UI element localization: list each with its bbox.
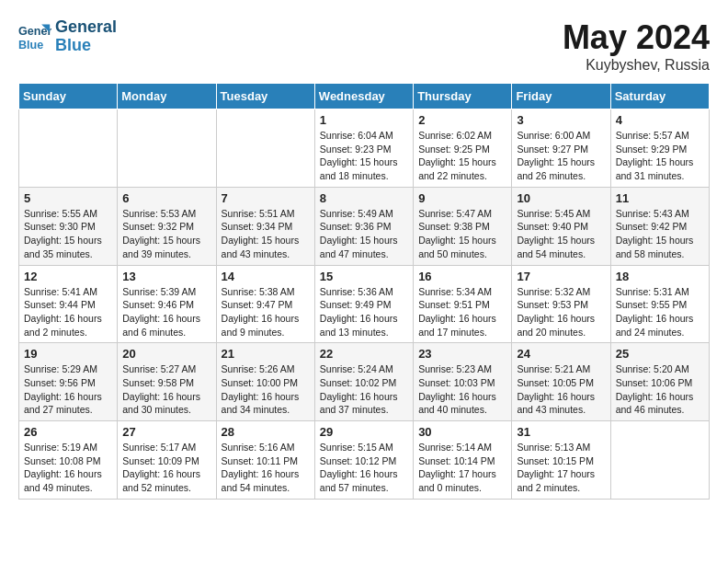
calendar-cell: 29Sunrise: 5:15 AM Sunset: 10:12 PM Dayl… <box>314 421 413 500</box>
calendar-cell: 11Sunrise: 5:43 AM Sunset: 9:42 PM Dayli… <box>610 187 709 265</box>
calendar-cell: 6Sunrise: 5:53 AM Sunset: 9:32 PM Daylig… <box>118 187 216 265</box>
calendar-cell: 1Sunrise: 6:04 AM Sunset: 9:23 PM Daylig… <box>314 109 413 188</box>
day-info: Sunrise: 5:34 AM Sunset: 9:51 PM Dayligh… <box>418 285 506 339</box>
day-number: 23 <box>418 347 506 361</box>
day-info: Sunrise: 5:38 AM Sunset: 9:47 PM Dayligh… <box>222 285 310 339</box>
day-info: Sunrise: 5:31 AM Sunset: 9:55 PM Dayligh… <box>616 285 704 339</box>
day-info: Sunrise: 5:13 AM Sunset: 10:15 PM Daylig… <box>517 441 605 495</box>
day-number: 2 <box>418 113 506 127</box>
logo: General Blue General Blue <box>18 18 117 55</box>
day-info: Sunrise: 5:15 AM Sunset: 10:12 PM Daylig… <box>320 441 408 495</box>
weekday-header-tuesday: Tuesday <box>216 84 314 109</box>
calendar-week-row: 12Sunrise: 5:41 AM Sunset: 9:44 PM Dayli… <box>19 265 710 343</box>
weekday-header-monday: Monday <box>118 84 216 109</box>
day-number: 10 <box>517 191 605 205</box>
day-info: Sunrise: 5:14 AM Sunset: 10:14 PM Daylig… <box>418 441 506 495</box>
calendar-cell: 25Sunrise: 5:20 AM Sunset: 10:06 PM Dayl… <box>610 343 709 421</box>
day-number: 30 <box>418 425 506 439</box>
day-number: 9 <box>418 191 506 205</box>
calendar-cell: 30Sunrise: 5:14 AM Sunset: 10:14 PM Dayl… <box>414 421 512 500</box>
day-number: 21 <box>222 347 310 361</box>
weekday-header-thursday: Thursday <box>414 84 512 109</box>
svg-text:Blue: Blue <box>18 38 43 51</box>
day-info: Sunrise: 5:23 AM Sunset: 10:03 PM Daylig… <box>418 362 506 417</box>
calendar-title-area: May 2024 Kuybyshev, Russia <box>563 18 710 74</box>
calendar-cell: 19Sunrise: 5:29 AM Sunset: 9:56 PM Dayli… <box>19 343 118 421</box>
calendar-cell: 7Sunrise: 5:51 AM Sunset: 9:34 PM Daylig… <box>216 187 314 265</box>
calendar-cell: 23Sunrise: 5:23 AM Sunset: 10:03 PM Dayl… <box>414 343 512 421</box>
calendar-cell: 16Sunrise: 5:34 AM Sunset: 9:51 PM Dayli… <box>414 265 512 343</box>
calendar-cell: 2Sunrise: 6:02 AM Sunset: 9:25 PM Daylig… <box>414 109 512 188</box>
calendar-cell: 27Sunrise: 5:17 AM Sunset: 10:09 PM Dayl… <box>118 421 216 500</box>
day-number: 22 <box>320 347 408 361</box>
day-number: 19 <box>24 347 112 361</box>
calendar-cell: 3Sunrise: 6:00 AM Sunset: 9:27 PM Daylig… <box>512 109 610 188</box>
calendar-cell: 8Sunrise: 5:49 AM Sunset: 9:36 PM Daylig… <box>314 187 413 265</box>
day-number: 12 <box>24 270 112 283</box>
day-number: 1 <box>320 113 408 127</box>
day-number: 20 <box>122 347 210 361</box>
day-info: Sunrise: 5:57 AM Sunset: 9:29 PM Dayligh… <box>616 129 704 183</box>
day-info: Sunrise: 5:20 AM Sunset: 10:06 PM Daylig… <box>616 362 704 417</box>
day-number: 15 <box>320 270 408 283</box>
calendar-cell: 28Sunrise: 5:16 AM Sunset: 10:11 PM Dayl… <box>216 421 314 500</box>
calendar-cell <box>118 109 216 188</box>
day-number: 16 <box>418 270 506 283</box>
day-number: 29 <box>320 425 408 439</box>
calendar-cell: 31Sunrise: 5:13 AM Sunset: 10:15 PM Dayl… <box>512 421 610 500</box>
day-info: Sunrise: 5:47 AM Sunset: 9:38 PM Dayligh… <box>418 207 506 261</box>
day-info: Sunrise: 5:24 AM Sunset: 10:02 PM Daylig… <box>320 362 408 417</box>
calendar-cell: 18Sunrise: 5:31 AM Sunset: 9:55 PM Dayli… <box>610 265 709 343</box>
day-info: Sunrise: 6:04 AM Sunset: 9:23 PM Dayligh… <box>320 129 408 183</box>
day-info: Sunrise: 5:45 AM Sunset: 9:40 PM Dayligh… <box>517 207 605 261</box>
weekday-header-row: SundayMondayTuesdayWednesdayThursdayFrid… <box>19 84 710 109</box>
calendar-body: 1Sunrise: 6:04 AM Sunset: 9:23 PM Daylig… <box>19 109 710 500</box>
day-number: 14 <box>222 270 310 283</box>
calendar-cell: 21Sunrise: 5:26 AM Sunset: 10:00 PM Dayl… <box>216 343 314 421</box>
logo-icon: General Blue <box>18 20 51 53</box>
day-number: 11 <box>616 191 704 205</box>
day-info: Sunrise: 6:02 AM Sunset: 9:25 PM Dayligh… <box>418 129 506 183</box>
calendar-cell: 14Sunrise: 5:38 AM Sunset: 9:47 PM Dayli… <box>216 265 314 343</box>
calendar-cell <box>19 109 118 188</box>
day-info: Sunrise: 5:51 AM Sunset: 9:34 PM Dayligh… <box>222 207 310 261</box>
day-number: 27 <box>122 425 210 439</box>
day-number: 28 <box>222 425 310 439</box>
day-number: 25 <box>616 347 704 361</box>
day-info: Sunrise: 5:27 AM Sunset: 9:58 PM Dayligh… <box>122 362 210 417</box>
calendar-cell: 12Sunrise: 5:41 AM Sunset: 9:44 PM Dayli… <box>19 265 118 343</box>
weekday-header-saturday: Saturday <box>610 84 709 109</box>
day-info: Sunrise: 5:19 AM Sunset: 10:08 PM Daylig… <box>24 441 112 495</box>
day-number: 3 <box>517 113 605 127</box>
calendar-week-row: 5Sunrise: 5:55 AM Sunset: 9:30 PM Daylig… <box>19 187 710 265</box>
calendar-week-row: 1Sunrise: 6:04 AM Sunset: 9:23 PM Daylig… <box>19 109 710 188</box>
day-info: Sunrise: 5:26 AM Sunset: 10:00 PM Daylig… <box>222 362 310 417</box>
calendar-cell: 22Sunrise: 5:24 AM Sunset: 10:02 PM Dayl… <box>314 343 413 421</box>
day-info: Sunrise: 5:36 AM Sunset: 9:49 PM Dayligh… <box>320 285 408 339</box>
calendar-cell: 4Sunrise: 5:57 AM Sunset: 9:29 PM Daylig… <box>610 109 709 188</box>
weekday-header-sunday: Sunday <box>19 84 118 109</box>
calendar-cell: 20Sunrise: 5:27 AM Sunset: 9:58 PM Dayli… <box>118 343 216 421</box>
day-info: Sunrise: 5:55 AM Sunset: 9:30 PM Dayligh… <box>24 207 112 261</box>
calendar-cell: 13Sunrise: 5:39 AM Sunset: 9:46 PM Dayli… <box>118 265 216 343</box>
page-header: General Blue General Blue May 2024 Kuyby… <box>18 18 710 74</box>
calendar-cell <box>610 421 709 500</box>
calendar-cell: 26Sunrise: 5:19 AM Sunset: 10:08 PM Dayl… <box>19 421 118 500</box>
day-info: Sunrise: 5:49 AM Sunset: 9:36 PM Dayligh… <box>320 207 408 261</box>
day-number: 18 <box>616 270 704 283</box>
day-info: Sunrise: 5:16 AM Sunset: 10:11 PM Daylig… <box>222 441 310 495</box>
calendar-table: SundayMondayTuesdayWednesdayThursdayFrid… <box>18 83 710 500</box>
day-info: Sunrise: 5:41 AM Sunset: 9:44 PM Dayligh… <box>24 285 112 339</box>
calendar-week-row: 19Sunrise: 5:29 AM Sunset: 9:56 PM Dayli… <box>19 343 710 421</box>
calendar-cell: 10Sunrise: 5:45 AM Sunset: 9:40 PM Dayli… <box>512 187 610 265</box>
day-info: Sunrise: 5:21 AM Sunset: 10:05 PM Daylig… <box>517 362 605 417</box>
day-info: Sunrise: 5:29 AM Sunset: 9:56 PM Dayligh… <box>24 362 112 417</box>
day-number: 24 <box>517 347 605 361</box>
logo-line2: Blue <box>55 37 117 55</box>
day-number: 6 <box>122 191 210 205</box>
day-info: Sunrise: 5:17 AM Sunset: 10:09 PM Daylig… <box>122 441 210 495</box>
weekday-header-friday: Friday <box>512 84 610 109</box>
calendar-cell: 5Sunrise: 5:55 AM Sunset: 9:30 PM Daylig… <box>19 187 118 265</box>
day-number: 26 <box>24 425 112 439</box>
calendar-cell <box>216 109 314 188</box>
